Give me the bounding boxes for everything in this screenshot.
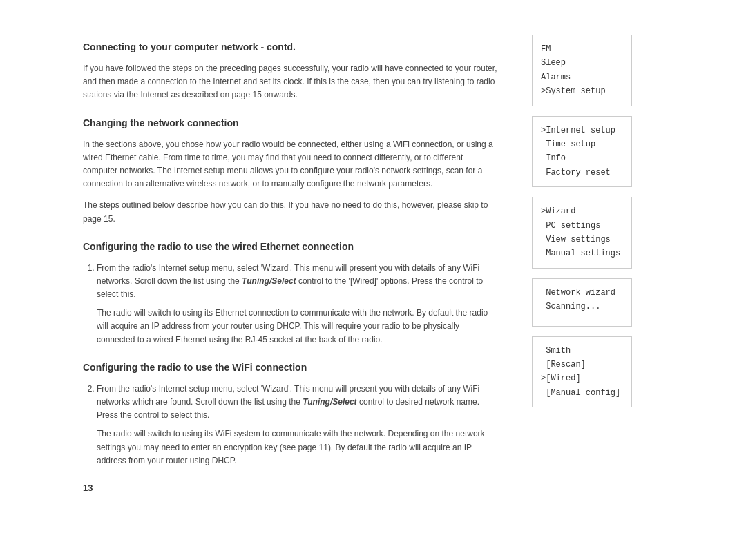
sidebar-menu-5: Smith [Rescan] >[Wired] [Manual config]	[532, 336, 632, 408]
menu1-line2: Sleep	[541, 56, 623, 70]
section-wired-title: Configuring the radio to use the wired E…	[83, 241, 497, 252]
menu1-line1: FM	[541, 42, 623, 56]
menu4-line2: Scanning...	[541, 300, 623, 313]
section-changing-title: Changing the network connection	[83, 117, 497, 128]
section-changing: Changing the network connection In the s…	[83, 117, 497, 226]
section-connecting: Connecting to your computer network - co…	[83, 41, 497, 102]
menu3-line2: PC settings	[541, 219, 623, 233]
wired-step-1-sub: The radio will switch to using its Ether…	[97, 307, 497, 347]
menu1-line4: >System setup	[541, 84, 623, 98]
menu2-line1: >Internet setup	[541, 124, 623, 137]
menu3-line4: Manual settings	[541, 247, 623, 260]
wired-step-1: From the radio's Internet setup menu, se…	[97, 262, 497, 347]
sidebar-menu-2: >Internet setup Time setup Info Factory …	[532, 116, 632, 188]
wired-step-1-bold: Tuning/Select	[242, 276, 296, 286]
menu5-line1: Smith	[541, 344, 623, 358]
section-connecting-body: If you have followed the steps on the pr…	[83, 62, 497, 102]
section-connecting-title: Connecting to your computer network - co…	[83, 41, 497, 52]
menu3-line1: >Wizard	[541, 204, 623, 218]
section-wifi: Configuring the radio to use the WiFi co…	[83, 362, 497, 467]
main-content: Connecting to your computer network - co…	[0, 28, 525, 532]
sidebar-menu-1: FM Sleep Alarms >System setup	[532, 35, 632, 106]
menu2-line4: Factory reset	[541, 166, 623, 180]
menu2-line3: Info	[541, 151, 623, 165]
section-changing-body1: In the sections above, you chose how you…	[83, 138, 497, 191]
wifi-steps: From the radio's Internet setup menu, se…	[83, 383, 497, 467]
section-wifi-title: Configuring the radio to use the WiFi co…	[83, 362, 497, 373]
page-number: 13	[83, 483, 497, 493]
wifi-step-2-bold: Tuning/Select	[303, 397, 356, 407]
menu1-line3: Alarms	[541, 70, 623, 84]
section-wired: Configuring the radio to use the wired E…	[83, 241, 497, 347]
sidebar-menu-4: Network wizard Scanning...	[532, 278, 632, 327]
menu3-line3: View settings	[541, 233, 623, 247]
wired-steps: From the radio's Internet setup menu, se…	[83, 262, 497, 347]
sidebar: FM Sleep Alarms >System setup >Internet …	[525, 28, 642, 532]
wifi-step-2-sub: The radio will switch to using its WiFi …	[97, 427, 497, 467]
menu4-line1: Network wizard	[541, 286, 623, 300]
menu2-line2: Time setup	[541, 137, 623, 151]
wifi-step-2: From the radio's Internet setup menu, se…	[97, 383, 497, 467]
menu5-line3: >[Wired]	[541, 371, 623, 385]
menu5-line4: [Manual config]	[541, 386, 623, 400]
menu5-line2: [Rescan]	[541, 358, 623, 371]
sidebar-menu-3: >Wizard PC settings View settings Manual…	[532, 197, 632, 269]
section-changing-body2: The steps outlined below describe how yo…	[83, 199, 497, 225]
